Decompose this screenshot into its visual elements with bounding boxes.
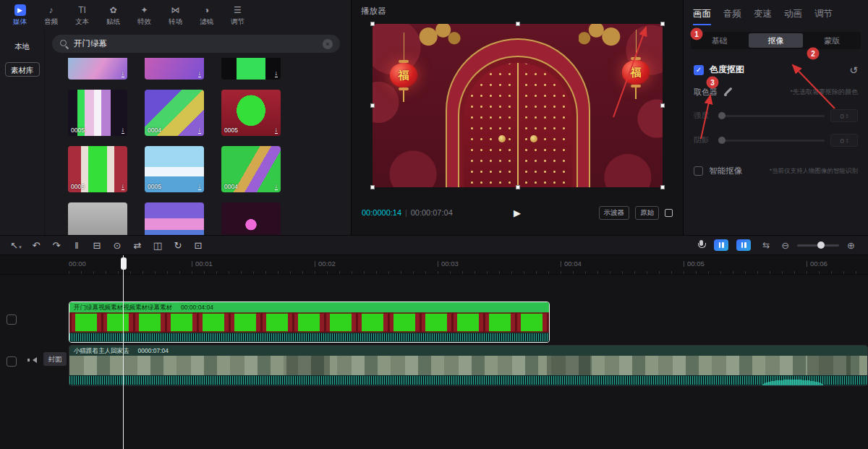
subtab-basic[interactable]: 基础 (692, 33, 747, 48)
slider-handle[interactable] (718, 137, 726, 144)
cover-button[interactable]: 封面 (43, 352, 67, 366)
tab-speed[interactable]: 变速 (754, 8, 772, 20)
playhead-handle[interactable] (121, 257, 127, 270)
delete-icon[interactable]: ⊟ (87, 240, 107, 251)
media-item[interactable]: 0005↓ (68, 146, 127, 192)
green-screen-clip[interactable]: 开门绿幕视频素材视频素材绿幕素材 00:00:04:04 (69, 302, 550, 343)
tab-transition[interactable]: ⋈ 转场 (160, 4, 191, 27)
subtab-mask[interactable]: 蒙版 (804, 33, 859, 48)
clip-name: 小猫跟着主人回家去 (74, 346, 129, 356)
resize-handle[interactable] (370, 103, 375, 108)
rotate-icon[interactable]: ↻ (168, 240, 188, 251)
scope-button[interactable]: 示波器 (599, 206, 630, 220)
tab-text[interactable]: TI 文本 (67, 4, 98, 27)
shadow-slider[interactable] (718, 140, 825, 142)
download-icon[interactable]: ↓ (275, 127, 278, 134)
media-item[interactable]: ↓ (145, 58, 204, 80)
cat-video-clip[interactable]: 小猫跟着主人回家去 0000:07:04 (69, 345, 868, 386)
video-preview[interactable]: 福 福 (373, 24, 663, 187)
media-item[interactable]: 0003↓ (221, 202, 281, 235)
stepper-down-icon[interactable]: ▾ (846, 116, 848, 119)
search-value: 开门绿幕 (74, 38, 318, 49)
reverse-icon[interactable]: ⇄ (127, 240, 148, 251)
sidebar-item-library[interactable]: 素材库 (5, 62, 40, 77)
subtab-keying[interactable]: 抠像 (749, 33, 804, 48)
tab-media[interactable]: ▶ 媒体 (4, 4, 35, 27)
tab-picture[interactable]: 画面 (693, 8, 711, 20)
mirror-icon[interactable]: ◫ (148, 240, 168, 251)
download-icon[interactable]: ↓ (122, 70, 125, 77)
tab-filter[interactable]: ◑ 滤镜 (191, 4, 222, 27)
media-item[interactable]: ↓ (68, 58, 127, 80)
media-item[interactable]: 0005↓ (145, 146, 204, 192)
resize-handle[interactable] (660, 22, 665, 26)
media-item[interactable]: ↓ (221, 58, 281, 80)
clear-search-icon[interactable]: × (323, 39, 333, 49)
media-item[interactable]: 0005↓ (221, 90, 281, 136)
playhead[interactable] (123, 255, 124, 449)
stepper-down-icon[interactable]: ▾ (846, 140, 848, 144)
smart-keying-checkbox[interactable] (694, 166, 703, 176)
undo-icon[interactable]: ↶ (26, 240, 46, 251)
record-mic-icon[interactable] (697, 240, 706, 251)
track2-toggle-icon[interactable] (7, 356, 17, 367)
search-input[interactable]: 开门绿幕 × (52, 35, 340, 53)
media-item[interactable]: 0006↓ (145, 202, 204, 235)
tab-audio[interactable]: ♪ 音频 (35, 4, 67, 27)
intensity-value[interactable]: 0 ▴▾ (830, 109, 858, 122)
shadow-value[interactable]: 0 ▴▾ (830, 134, 858, 147)
split-icon[interactable]: ‖ (67, 240, 87, 251)
freeze-frame-icon[interactable]: ⊙ (107, 240, 127, 251)
media-item[interactable]: 0004↓ (145, 90, 204, 136)
sidebar-item-local[interactable]: 本地 (5, 39, 40, 54)
slider-handle[interactable] (718, 112, 726, 119)
resize-handle[interactable] (370, 185, 375, 189)
download-icon[interactable]: ↓ (198, 183, 202, 190)
crop-icon[interactable]: ⊡ (188, 240, 208, 251)
resize-handle[interactable] (516, 22, 520, 26)
timeline-zoom-slider[interactable] (797, 244, 839, 247)
eyedropper-icon[interactable] (723, 87, 733, 97)
play-button[interactable]: ▶ (514, 208, 521, 218)
download-icon[interactable]: ↓ (198, 127, 202, 134)
download-icon[interactable]: ↓ (122, 127, 125, 134)
tab-adjust[interactable]: ☰ 调节 (222, 4, 253, 27)
resize-handle[interactable] (660, 103, 665, 108)
download-icon[interactable]: ↓ (122, 183, 125, 190)
intensity-slider[interactable] (718, 115, 825, 117)
redo-icon[interactable]: ↷ (46, 240, 67, 251)
tab-audio-props[interactable]: 音频 (723, 8, 741, 20)
media-item[interactable]: 0004↓ (221, 146, 281, 192)
tab-sticker[interactable]: ✿ 贴纸 (98, 4, 129, 27)
download-icon[interactable]: ↓ (198, 70, 202, 77)
main-track-magnet-toggle[interactable] (714, 239, 728, 251)
auto-snap-toggle[interactable] (736, 239, 751, 251)
select-tool-icon[interactable]: ↖▾ (6, 240, 26, 251)
track1-toggle-icon[interactable] (7, 315, 17, 325)
media-item[interactable]: 0004↓ (68, 202, 127, 235)
track2-speaker-icon[interactable] (26, 355, 36, 365)
zoom-out-icon[interactable]: ⊖ (781, 240, 789, 251)
download-icon[interactable]: ↓ (275, 70, 278, 77)
ruler-tick: 00:05 (684, 260, 705, 268)
resize-handle[interactable] (516, 185, 520, 189)
original-ratio-button[interactable]: 原始 (635, 206, 659, 220)
media-icon: ▶ (14, 4, 26, 16)
chroma-key-checkbox[interactable]: ✓ (694, 65, 704, 75)
download-icon[interactable]: ↓ (275, 183, 278, 190)
tab-animation[interactable]: 动画 (784, 8, 802, 20)
filter-icon: ◑ (204, 4, 209, 16)
reset-icon[interactable]: ↺ (849, 64, 858, 76)
tab-effect[interactable]: ✦ 特效 (129, 4, 160, 27)
resize-handle[interactable] (370, 22, 375, 26)
media-item[interactable]: 0005↓ (68, 90, 127, 136)
tab-adjust-props[interactable]: 调节 (814, 8, 833, 20)
resize-handle[interactable] (660, 185, 665, 189)
duration-badge: 0004 (224, 183, 238, 190)
zoom-slider-handle[interactable] (817, 241, 825, 249)
zoom-in-icon[interactable]: ⊕ (847, 240, 855, 251)
fullscreen-icon[interactable] (665, 209, 673, 217)
picture-subtabs: 基础 抠像 蒙版 (691, 32, 861, 49)
linkage-toggle[interactable]: ⇆ (759, 239, 773, 251)
timeline-ruler[interactable]: 00:00 00:01 00:02 00:03 00:04 00:05 00:0… (0, 255, 868, 275)
